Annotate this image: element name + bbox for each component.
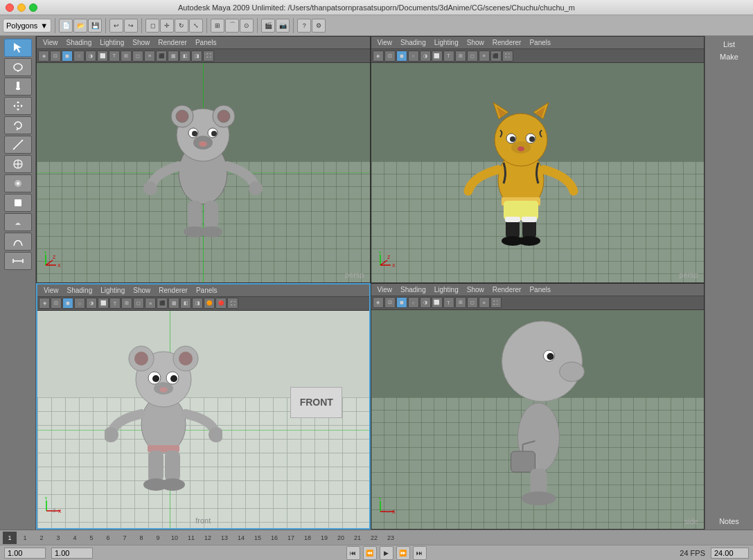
vp-tr-icon1[interactable]: ◈	[373, 51, 384, 62]
vp-icon2[interactable]: ⊡	[50, 51, 61, 62]
vp-icon11[interactable]: ⬛	[156, 51, 167, 62]
vp-menu-view-tl[interactable]: View	[39, 37, 62, 49]
camera-icon[interactable]: 📷	[276, 19, 290, 33]
vp-bl-icon7[interactable]: T	[109, 298, 121, 309]
vp-menu-show-tr[interactable]: Show	[463, 37, 488, 49]
vp-menu-show-bl[interactable]: Show	[130, 284, 154, 296]
vp-br-fullscreen[interactable]: ⛶	[490, 297, 502, 308]
timeline-2[interactable]: 2	[33, 534, 50, 541]
rotate-tool[interactable]	[4, 116, 32, 134]
timeline-18[interactable]: 18	[299, 534, 316, 541]
paint-tool[interactable]	[4, 78, 32, 96]
help-icon[interactable]: ?	[297, 19, 311, 33]
mode-dropdown[interactable]: Polygons ▼	[3, 19, 51, 33]
save-icon[interactable]: 💾	[88, 19, 102, 33]
viewport-persp-color[interactable]: View Shading Lighting Show Renderer Pane…	[371, 36, 705, 283]
vp-menu-shading-tr[interactable]: Shading	[397, 37, 429, 49]
vp-menu-shading-tl[interactable]: Shading	[63, 37, 96, 49]
vp-br-icon6[interactable]: ⬜	[432, 297, 443, 308]
settings-icon[interactable]: ⚙	[312, 19, 326, 33]
vp-menu-lighting-tl[interactable]: Lighting	[96, 37, 127, 49]
vp-menu-panels-tr[interactable]: Panels	[526, 37, 554, 49]
vp-icon14[interactable]: ◨	[191, 51, 202, 62]
vp-menu-view-tr[interactable]: View	[374, 37, 396, 49]
playback-start-icon[interactable]: ⏮	[346, 546, 360, 560]
vp-br-icon7[interactable]: T	[443, 297, 454, 308]
move-icon[interactable]: ✛	[160, 19, 174, 33]
vp-menu-panels-bl[interactable]: Panels	[193, 284, 221, 296]
status-value3[interactable]	[711, 548, 749, 559]
vp-tr-icon8[interactable]: ⊞	[455, 51, 466, 62]
vp-tr-icon5[interactable]: ◑	[420, 51, 431, 62]
vp-menu-renderer-bl[interactable]: Renderer	[155, 284, 191, 296]
vp-icon3[interactable]: ◼	[62, 51, 73, 62]
vp-icon10[interactable]: ≡	[144, 51, 155, 62]
vp-icon1[interactable]: ◈	[38, 51, 49, 62]
vp-menu-lighting-tr[interactable]: Lighting	[431, 37, 462, 49]
vp-icon9[interactable]: ◻	[132, 51, 143, 62]
sculpt-tool[interactable]	[4, 213, 32, 231]
vp-icon8[interactable]: ⊞	[121, 51, 132, 62]
timeline-3[interactable]: 3	[50, 534, 67, 541]
timeline-16[interactable]: 16	[266, 534, 283, 541]
timeline-23[interactable]: 23	[382, 534, 399, 541]
playback-end-icon[interactable]: ⏭	[413, 546, 427, 560]
vp-fullscreen[interactable]: ⛶	[203, 51, 214, 62]
vp-menu-renderer-tl[interactable]: Renderer	[154, 37, 191, 49]
vp-menu-lighting-bl[interactable]: Lighting	[97, 284, 128, 296]
snap-point-icon[interactable]: ⊙	[240, 19, 254, 33]
playback-play-icon[interactable]: ▶	[380, 546, 393, 560]
maximize-button[interactable]	[29, 3, 37, 12]
vp-tr-icon3[interactable]: ◼	[396, 51, 407, 62]
soft-mod-tool[interactable]	[4, 174, 32, 192]
vp-tr-fullscreen[interactable]: ⛶	[502, 51, 513, 62]
vp-icon4[interactable]: ○	[73, 51, 85, 62]
vp-bl-icon12[interactable]: ▦	[168, 298, 179, 309]
vp-bl-icon6[interactable]: ⬜	[98, 298, 109, 309]
vp-br-icon1[interactable]: ◈	[373, 297, 384, 308]
timeline-1[interactable]: 1	[17, 534, 33, 541]
vp-bl-icon8[interactable]: ⊞	[121, 298, 132, 309]
viewport-front[interactable]: View Shading Lighting Show Renderer Pane…	[36, 283, 371, 530]
timeline-21[interactable]: 21	[349, 534, 366, 541]
vp-bl-icon16[interactable]: 🔴	[215, 298, 227, 309]
vp-tr-icon4[interactable]: ○	[408, 51, 419, 62]
playback-prev-icon[interactable]: ⏪	[363, 546, 377, 560]
vp-icon13[interactable]: ◧	[179, 51, 191, 62]
close-button[interactable]	[6, 3, 14, 12]
vp-icon6[interactable]: ⬜	[97, 51, 108, 62]
scale-icon[interactable]: ⤡	[189, 19, 203, 33]
viewport-side[interactable]: View Shading Lighting Show Renderer Pane…	[371, 283, 705, 530]
vp-bl-icon14[interactable]: ◨	[192, 298, 203, 309]
vp-tr-icon11[interactable]: ⬛	[490, 51, 502, 62]
status-value2[interactable]	[51, 548, 93, 559]
vp-tr-icon6[interactable]: ⬜	[432, 51, 443, 62]
vp-menu-renderer-br[interactable]: Renderer	[489, 283, 525, 296]
timeline-4[interactable]: 4	[67, 534, 83, 541]
vp-menu-show-br[interactable]: Show	[463, 283, 488, 296]
timeline-20[interactable]: 20	[333, 534, 349, 541]
vp-icon12[interactable]: ▦	[168, 51, 179, 62]
new-icon[interactable]: 📄	[59, 19, 73, 33]
vp-tr-icon2[interactable]: ⊡	[384, 51, 396, 62]
vp-bl-icon5[interactable]: ◑	[86, 298, 97, 309]
show-manip-tool[interactable]	[4, 194, 32, 212]
timeline-10[interactable]: 10	[166, 534, 183, 541]
vp-menu-shading-bl[interactable]: Shading	[64, 284, 96, 296]
timeline-22[interactable]: 22	[366, 534, 382, 541]
select-icon[interactable]: ◻	[145, 19, 159, 33]
open-icon[interactable]: 📂	[73, 19, 87, 33]
measure-tool[interactable]	[4, 252, 32, 270]
snap-grid-icon[interactable]: ⊞	[211, 19, 224, 33]
undo-icon[interactable]: ↩	[109, 19, 123, 33]
timeline-8[interactable]: 8	[133, 534, 150, 541]
lasso-tool[interactable]	[4, 58, 32, 76]
vp-br-icon3[interactable]: ◼	[396, 297, 407, 308]
vp-menu-renderer-tr[interactable]: Renderer	[489, 37, 525, 49]
vp-br-icon10[interactable]: ≡	[479, 297, 490, 308]
vp-bl-icon13[interactable]: ◧	[180, 298, 191, 309]
vp-bl-icon3[interactable]: ◼	[62, 298, 73, 309]
vp-tr-icon7[interactable]: T	[443, 51, 454, 62]
timeline-7[interactable]: 7	[116, 534, 133, 541]
vp-bl-icon11[interactable]: ⬛	[157, 298, 168, 309]
